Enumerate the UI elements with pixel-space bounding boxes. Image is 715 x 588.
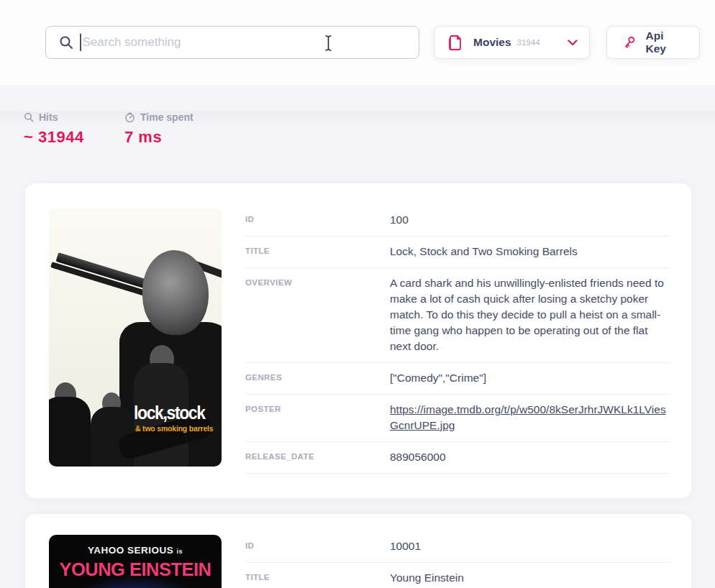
time-spent-stat: Time spent 7 ms [124,111,225,147]
results-area: Hits ~ 31944 Time spent 7 ms l [0,111,715,588]
field-row-poster: POSTER https://image.tmdb.org/t/p/w500/8… [245,395,670,442]
time-spent-value: 7 ms [124,128,225,147]
field-label: ID [245,212,390,228]
poster-top-text: YAHOO SERIOUS is [49,545,222,556]
movie-poster-lock-stock: lock,stock & two smoking barrels [49,208,222,467]
search-input[interactable] [83,35,419,50]
field-row-title: TITLE Lock, Stock and Two Smoking Barrel… [245,236,670,268]
field-row-genres: GENRES ["Comedy","Crime"] [245,363,670,395]
api-key-button[interactable]: Api Key [606,26,700,59]
poster-url-link[interactable]: https://image.tmdb.org/t/p/w500/8kSerJrh… [390,402,670,433]
index-selector-button[interactable]: Movies 31944 [434,26,590,59]
movie-poster-young-einstein: YAHOO SERIOUS is YOUNG EINSTEIN [49,535,222,588]
hits-search-icon [24,112,34,122]
field-value: A card shark and his unwillingly-enliste… [390,275,670,354]
poster-title-text: lock,stock [134,403,205,423]
chevron-down-icon [568,40,578,46]
field-label: GENRES [245,370,390,386]
search-stats: Hits ~ 31944 Time spent 7 ms [24,111,715,147]
field-value: 889056000 [390,449,670,465]
text-caret [80,34,81,51]
time-spent-label: Time spent [140,111,193,123]
top-header: Movies 31944 Api Key [0,0,715,85]
document-fields: ID 10001 TITLE Young Einstein OVERVIEW A… [245,531,670,588]
result-card: lock,stock & two smoking barrels ID 100 … [25,183,691,498]
hits-value: ~ 31944 [24,128,124,147]
field-row-id: ID 10001 [245,531,670,563]
documents-icon [448,35,463,51]
field-label: POSTER [245,402,390,433]
hits-stat: Hits ~ 31944 [24,111,124,147]
field-label: TITLE [245,244,390,259]
field-row-overview: OVERVIEW A card shark and his unwillingl… [245,268,670,363]
api-key-label: Api Key [646,29,686,55]
hits-label: Hits [39,111,58,123]
index-name: Movies [473,36,511,49]
field-value: 10001 [390,538,670,554]
field-row-id: ID 100 [245,205,670,236]
poster-subtitle-text: & two smoking barrels [135,424,213,433]
search-icon [59,35,73,50]
document-fields: ID 100 TITLE Lock, Stock and Two Smoking… [245,205,670,474]
field-value: Lock, Stock and Two Smoking Barrels [390,244,670,259]
search-box[interactable] [45,26,419,59]
field-row-title: TITLE Young Einstein [245,563,670,588]
index-doc-count: 31944 [517,38,568,47]
field-label: RELEASE_DATE [245,449,390,465]
field-label: ID [245,538,390,554]
field-label: TITLE [245,570,390,586]
field-row-release-date: RELEASE_DATE 889056000 [245,442,670,474]
field-label: OVERVIEW [245,275,390,354]
field-value: 100 [390,212,670,228]
key-icon [621,35,637,50]
result-card: YAHOO SERIOUS is YOUNG EINSTEIN ID 10001… [25,514,691,588]
poster-title-text: YOUNG EINSTEIN [53,559,218,581]
field-value: ["Comedy","Crime"] [390,370,670,386]
stopwatch-icon [124,112,135,123]
field-value: Young Einstein [390,570,670,586]
